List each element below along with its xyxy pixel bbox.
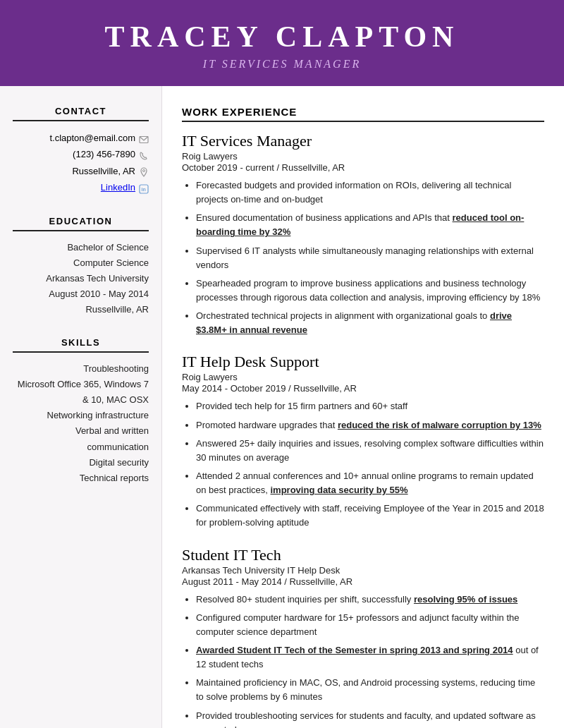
job-dates: August 2011 - May 2014 / Russellville, A…	[182, 576, 544, 587]
job-bullet: Attended 2 annual conferences and 10+ an…	[196, 469, 544, 497]
education-title: EDUCATION	[13, 216, 149, 231]
candidate-name: TRACEY CLAPTON	[14, 20, 550, 54]
education-degree: Bachelor of Science	[13, 240, 149, 255]
jobs-container: IT Services ManagerRoig LawyersOctober 2…	[182, 132, 544, 728]
bullet-underline-text: resolving 95% of issues	[414, 594, 517, 605]
skill-item: Technical reports	[13, 471, 149, 486]
job-company: Roig Lawyers	[182, 151, 544, 162]
contact-email: t.clapton@email.com	[49, 130, 135, 146]
job-title: Student IT Tech	[182, 546, 544, 564]
job-title: IT Services Manager	[182, 132, 544, 150]
candidate-title: IT SERVICES MANAGER	[14, 58, 550, 71]
svg-text:in: in	[142, 187, 146, 192]
main-content: WORK EXPERIENCE IT Services ManagerRoig …	[162, 86, 564, 728]
svg-point-1	[143, 170, 145, 172]
job-bullet: Awarded Student IT Tech of the Semester …	[196, 643, 544, 672]
contact-email-row: t.clapton@email.com	[13, 130, 149, 146]
email-icon	[139, 133, 149, 143]
resume-body: CONTACT t.clapton@email.com (123) 456-78…	[0, 86, 564, 728]
bullet-underline-text: reduced tool on-boarding time by 32%	[196, 212, 524, 237]
job-bullet: Maintained proficiency in MAC, OS, and A…	[196, 676, 544, 704]
job-bullet: Promoted hardware upgrades that reduced …	[196, 418, 544, 432]
job-bullet: Supervised 6 IT analysts while simultane…	[196, 244, 544, 272]
linkedin-icon: in	[139, 183, 149, 193]
contact-linkedin-row[interactable]: LinkedIn in	[13, 179, 149, 195]
skills-section: SKILLS TroubleshootingMicrosoft Office 3…	[13, 337, 149, 486]
skill-item: Troubleshooting	[13, 361, 149, 377]
education-dates: August 2010 - May 2014	[13, 286, 149, 302]
bullet-underline-text: improving data security by 55%	[271, 485, 408, 495]
skill-item: Networking infrastructure	[13, 408, 149, 423]
contact-phone-row: (123) 456-7890	[13, 146, 149, 162]
work-experience-title: WORK EXPERIENCE	[182, 106, 544, 122]
contact-title: CONTACT	[13, 106, 149, 121]
job-entry: IT Services ManagerRoig LawyersOctober 2…	[182, 132, 544, 337]
education-section: EDUCATION Bachelor of Science Computer S…	[13, 216, 149, 317]
job-bullets-list: Forecasted budgets and provided informat…	[182, 178, 544, 337]
contact-location: Russellville, AR	[72, 163, 135, 179]
phone-icon	[139, 150, 149, 159]
job-bullet: Answered 25+ daily inquiries and issues,…	[196, 437, 544, 465]
bullet-underline-text: drive $3.8M+ in annual revenue	[196, 310, 512, 335]
job-bullet: Spearheaded program to improve business …	[196, 277, 544, 305]
skill-item: Microsoft Office 365, Windows 7 & 10, MA…	[13, 377, 149, 408]
job-bullet: Provided troubleshooting services for st…	[196, 709, 544, 728]
linkedin-link[interactable]: LinkedIn	[101, 179, 135, 195]
education-field: Computer Science	[13, 255, 149, 271]
job-bullet: Configured computer hardware for 15+ pro…	[196, 611, 544, 639]
job-bullet: Resolved 80+ student inquiries per shift…	[196, 593, 544, 607]
job-bullet: Forecasted budgets and provided informat…	[196, 178, 544, 207]
job-dates: May 2014 - October 2019 / Russellville, …	[182, 383, 544, 394]
resume-container: TRACEY CLAPTON IT SERVICES MANAGER CONTA…	[0, 0, 564, 728]
education-location: Russellville, AR	[13, 302, 149, 317]
bullet-underline-text: Awarded Student IT Tech of the Semester …	[196, 645, 513, 655]
education-school: Arkansas Tech University	[13, 271, 149, 286]
skill-item: Digital security	[13, 455, 149, 471]
job-company: Roig Lawyers	[182, 372, 544, 382]
contact-section: CONTACT t.clapton@email.com (123) 456-78…	[13, 106, 149, 196]
job-bullets-list: Provided tech help for 15 firm partners …	[182, 399, 544, 530]
job-bullet: Orchestrated technical projects in align…	[196, 309, 544, 337]
job-bullets-list: Resolved 80+ student inquiries per shift…	[182, 593, 544, 728]
resume-header: TRACEY CLAPTON IT SERVICES MANAGER	[0, 0, 564, 86]
job-company: Arkansas Tech University IT Help Desk	[182, 565, 544, 576]
contact-phone: (123) 456-7890	[73, 146, 135, 162]
job-bullet: Ensured documentation of business applic…	[196, 211, 544, 239]
job-title: IT Help Desk Support	[182, 353, 544, 371]
bullet-underline-text: reduced the risk of malware corruption b…	[338, 420, 541, 430]
job-bullet: Provided tech help for 15 firm partners …	[196, 399, 544, 413]
location-icon	[139, 166, 149, 176]
contact-location-row: Russellville, AR	[13, 163, 149, 179]
job-entry: IT Help Desk SupportRoig LawyersMay 2014…	[182, 353, 544, 530]
skills-list: TroubleshootingMicrosoft Office 365, Win…	[13, 361, 149, 486]
job-entry: Student IT TechArkansas Tech University …	[182, 546, 544, 728]
skills-title: SKILLS	[13, 337, 149, 353]
skill-item: Verbal and written communication	[13, 423, 149, 454]
job-bullet: Communicated effectively with staff, rec…	[196, 502, 544, 530]
sidebar: CONTACT t.clapton@email.com (123) 456-78…	[0, 86, 162, 728]
job-dates: October 2019 - current / Russellville, A…	[182, 162, 544, 173]
